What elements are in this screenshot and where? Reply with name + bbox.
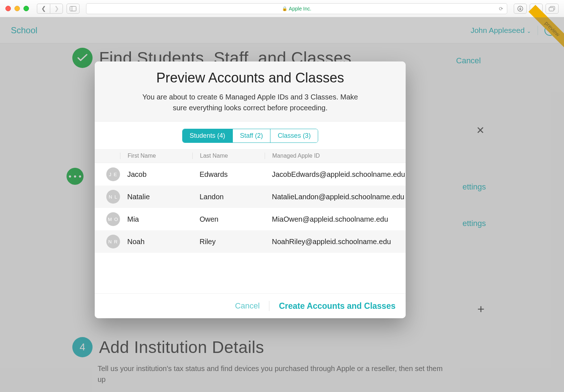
cell-managed-id: MiaOwen@appleid.schoolname.edu [265,215,406,223]
cell-last-name: Landon [192,193,265,201]
modal-title: Preview Accounts and Classes [106,70,395,86]
tab-staff[interactable]: Staff (2) [233,129,271,142]
address-bar[interactable]: 🔒 Apple Inc. ⟳ [86,3,507,14]
create-accounts-button[interactable]: Create Accounts and Classes [279,301,396,311]
preview-table: First Name Last Name Managed Apple ID J … [95,149,406,293]
modal-tabs: Students (4) Staff (2) Classes (3) [95,122,406,143]
col-first-name: First Name [120,153,192,159]
modal-footer: Cancel Create Accounts and Classes [95,293,406,318]
cancel-button[interactable]: Cancel [235,301,260,311]
sidebar-toggle-button[interactable] [67,4,80,14]
cell-first-name: Noah [120,238,192,246]
cell-first-name: Natalie [120,193,192,201]
col-last-name: Last Name [192,153,265,159]
cell-managed-id: NoahRiley@appleid.schoolname.edu [265,238,406,246]
tab-students[interactable]: Students (4) [183,129,233,142]
table-row: N R Noah Riley NoahRiley@appleid.schooln… [95,230,406,253]
window-zoom[interactable] [24,6,29,11]
avatar: J E [106,167,120,181]
table-row: J E Jacob Edwards JacobEdwards@appleid.s… [95,163,406,186]
cell-last-name: Edwards [192,170,265,179]
avatar: N R [106,235,120,248]
cell-last-name: Riley [192,238,265,246]
site-identity: Apple Inc. [289,6,311,12]
avatar: N L [106,190,120,204]
table-header: First Name Last Name Managed Apple ID [95,149,406,163]
lock-icon: 🔒 [282,6,287,11]
modal-subtitle: You are about to create 6 Managed Apple … [134,91,366,113]
table-row: M O Mia Owen MiaOwen@appleid.schoolname.… [95,208,406,230]
col-managed-id: Managed Apple ID [265,153,406,159]
cell-managed-id: JacobEdwards@appleid.schoolname.edu [265,170,406,179]
reload-icon[interactable]: ⟳ [499,6,503,12]
cell-first-name: Jacob [120,170,192,179]
cell-managed-id: NatalieLandon@appleid.schoolname.edu [265,193,406,201]
cell-last-name: Owen [192,215,265,223]
browser-chrome: ❮ ❯ 🔒 Apple Inc. ⟳ [0,0,564,17]
downloads-button[interactable] [514,4,527,14]
tab-classes[interactable]: Classes (3) [270,129,318,142]
preview-modal: Preview Accounts and Classes You are abo… [95,61,406,318]
svg-rect-5 [549,7,554,11]
divider [269,301,269,311]
svg-rect-0 [70,6,76,11]
nav-back-button[interactable]: ❮ [37,4,50,14]
tabs-button[interactable] [546,4,559,14]
window-minimize[interactable] [14,6,20,11]
window-close[interactable] [5,6,11,11]
avatar: M O [106,212,120,226]
table-row: N L Natalie Landon NatalieLandon@appleid… [95,186,406,208]
modal-header: Preview Accounts and Classes You are abo… [95,61,406,122]
cell-first-name: Mia [120,215,192,223]
nav-forward-button[interactable]: ❯ [50,4,63,14]
